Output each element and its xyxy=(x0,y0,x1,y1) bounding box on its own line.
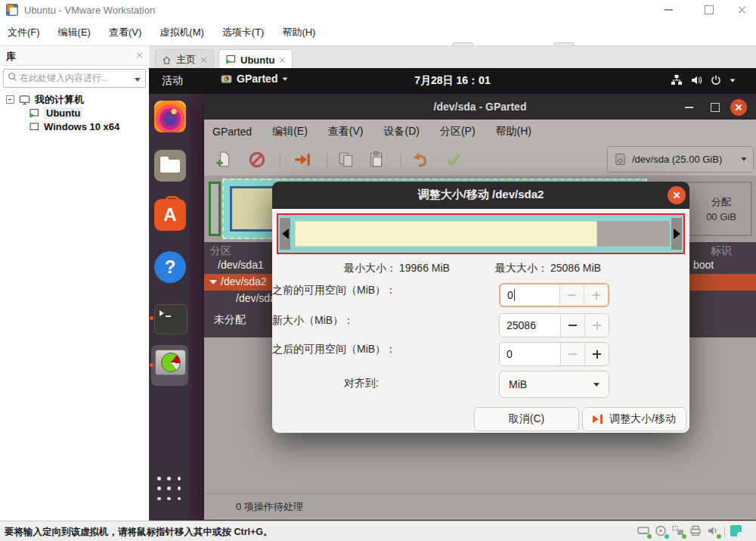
minimize-button[interactable] xyxy=(652,0,685,20)
collapse-icon[interactable] xyxy=(6,95,14,104)
align-row: 对齐到: MiB xyxy=(272,371,689,398)
device-selector[interactable]: /dev/sda (25.00 GiB) xyxy=(607,146,754,173)
tab-ubuntu[interactable]: Ubuntu xyxy=(218,49,293,70)
cd-status-icon[interactable] xyxy=(655,525,668,538)
decrement-button[interactable] xyxy=(560,343,584,365)
statusbar-separator xyxy=(724,527,725,537)
undo-icon[interactable] xyxy=(411,151,429,169)
dialog-titlebar[interactable]: 调整大小/移动 /dev/sda2 xyxy=(272,182,689,209)
plus-icon xyxy=(593,322,601,330)
partition-name: /dev/sda2 xyxy=(221,275,267,288)
terminal-cursor-icon xyxy=(166,316,171,317)
align-dropdown[interactable]: MiB xyxy=(499,371,609,398)
menu-edit[interactable]: 编辑(E) xyxy=(58,26,91,39)
copy-icon[interactable] xyxy=(337,151,355,169)
network-status-icon[interactable] xyxy=(672,525,686,538)
system-status-area[interactable] xyxy=(671,74,736,86)
tree-item-ubuntu[interactable]: Ubuntu xyxy=(0,107,148,120)
menu-gparted[interactable]: GParted xyxy=(212,126,252,138)
menu-view[interactable]: 查看(V) xyxy=(328,125,364,138)
min-size-label: 最小大小： xyxy=(344,262,397,275)
gparted-close-button[interactable] xyxy=(730,99,747,116)
partition-block-sda1[interactable] xyxy=(209,182,221,236)
files-dock-icon[interactable] xyxy=(154,150,186,182)
column-header-partition[interactable]: 分区 xyxy=(210,244,231,258)
tab-close-icon[interactable] xyxy=(200,57,207,64)
hard-disk-status-icon[interactable] xyxy=(637,525,651,538)
terminal-dock-icon[interactable] xyxy=(154,304,187,334)
chevron-down-icon xyxy=(593,383,600,387)
minimize-icon[interactable] xyxy=(685,107,693,108)
gparted-titlebar[interactable]: /dev/sda - GParted xyxy=(204,95,756,120)
resize-move-button[interactable]: 调整大小/移动 xyxy=(582,407,686,431)
decrement-button[interactable] xyxy=(559,284,584,306)
dialog-body: 最小大小： 19966 MiB 最大大小： 25086 MiB 之前的可用空间（… xyxy=(272,209,689,433)
close-icon xyxy=(735,104,742,111)
decrement-button[interactable] xyxy=(560,314,584,337)
slider-partition-area[interactable] xyxy=(295,221,597,247)
printer-status-icon[interactable] xyxy=(689,525,703,538)
clock[interactable]: 7月28日 16：01 xyxy=(149,74,756,88)
tree-item-label: Ubuntu xyxy=(44,107,82,119)
tree-item-my-computer[interactable]: 我的计算机 xyxy=(0,93,148,106)
resize-move-icon[interactable] xyxy=(293,151,311,169)
menu-view[interactable]: 查看(V) xyxy=(109,26,141,39)
window-title: Ubuntu - VMware Workstation xyxy=(24,5,155,16)
disk-icon xyxy=(614,153,627,166)
gparted-statusbar: 0 项操作待处理 xyxy=(204,493,756,520)
delete-partition-icon[interactable] xyxy=(248,151,266,169)
vmware-workstation-window: Ubuntu - VMware Workstation 文件(F) 编辑(E) … xyxy=(0,0,756,541)
new-size-input[interactable]: 25086 xyxy=(500,314,560,337)
increment-button[interactable] xyxy=(584,343,609,365)
tab-close-icon[interactable] xyxy=(279,57,286,64)
free-space-before-input[interactable]: 0 xyxy=(500,284,559,306)
tree-item-windows[interactable]: Windows 10 x64 xyxy=(0,120,148,133)
software-dock-icon[interactable] xyxy=(154,199,186,231)
increment-button[interactable] xyxy=(584,284,608,306)
vm-running-icon xyxy=(29,108,39,119)
tab-bar: 主页 Ubuntu xyxy=(149,45,756,69)
firefox-dock-icon[interactable] xyxy=(154,101,186,132)
menu-file[interactable]: 文件(F) xyxy=(8,26,40,39)
expander-icon[interactable] xyxy=(209,280,217,284)
free-space-after-input[interactable]: 0 xyxy=(500,343,560,365)
statusbar-message: 要将输入定向到该虚拟机，请将鼠标指针移入其中或按 Ctrl+G。 xyxy=(5,526,273,539)
menu-partition[interactable]: 分区(P) xyxy=(440,125,476,138)
terminal-prompt-icon xyxy=(160,310,164,316)
plus-icon xyxy=(592,291,600,300)
gparted-dock-icon[interactable] xyxy=(155,350,186,375)
slider-left-handle[interactable] xyxy=(280,218,290,250)
computer-icon xyxy=(19,95,30,105)
show-applications-button[interactable] xyxy=(157,477,183,502)
max-size-label: 最大大小： xyxy=(495,262,548,275)
paste-icon[interactable] xyxy=(367,151,386,169)
apply-icon[interactable] xyxy=(445,151,463,169)
maximize-button[interactable] xyxy=(692,0,726,20)
column-header-flags[interactable]: 标识 xyxy=(688,244,732,258)
message-log-icon[interactable] xyxy=(730,525,742,536)
chevron-down-icon xyxy=(741,157,746,161)
slider-free-area[interactable] xyxy=(597,221,670,247)
menu-device[interactable]: 设备(D) xyxy=(383,125,419,138)
dialog-close-button[interactable] xyxy=(668,186,686,204)
menu-help[interactable]: 帮助(H) xyxy=(496,125,531,138)
toolbar-separator xyxy=(401,153,401,168)
sound-status-icon[interactable] xyxy=(707,525,720,538)
free-space-before-spinner: 0 xyxy=(499,283,609,307)
close-button[interactable] xyxy=(726,0,756,20)
menu-vm[interactable]: 虚拟机(M) xyxy=(160,26,204,39)
resize-slider[interactable] xyxy=(277,213,685,254)
menu-edit[interactable]: 编辑(E) xyxy=(272,125,308,138)
cancel-button[interactable]: 取消(C) xyxy=(474,407,579,431)
menu-tabs[interactable]: 选项卡(T) xyxy=(222,26,265,39)
folder-icon xyxy=(160,160,180,173)
increment-button[interactable] xyxy=(584,314,609,337)
library-close-button[interactable] xyxy=(133,48,147,62)
slider-right-handle[interactable] xyxy=(671,218,682,250)
new-partition-icon[interactable] xyxy=(215,151,233,169)
tab-home[interactable]: 主页 xyxy=(155,49,214,70)
search-dropdown-icon[interactable] xyxy=(135,78,141,82)
menu-help[interactable]: 帮助(H) xyxy=(282,26,315,39)
restore-icon[interactable] xyxy=(711,103,720,112)
help-dock-icon[interactable] xyxy=(154,251,186,283)
